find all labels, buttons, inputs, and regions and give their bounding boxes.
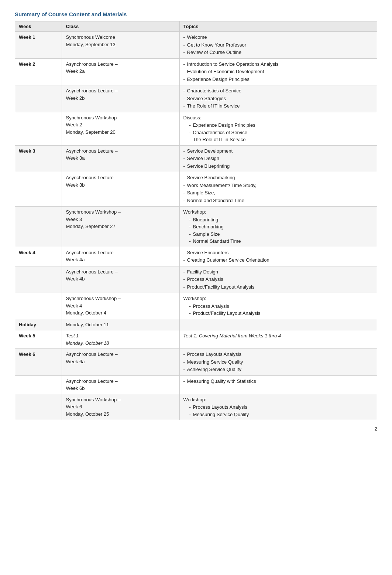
- week-cell: Week 4: [15, 247, 62, 266]
- class-cell: Asynchronous Lecture –Week 2a: [62, 58, 179, 85]
- list-item: Measuring Service Quality: [189, 411, 373, 418]
- list-item: Service Strategies: [183, 95, 373, 102]
- week-cell: [15, 293, 62, 319]
- list-item: Process Analysis: [189, 303, 373, 310]
- topics-cell: Process Layouts AnalysisMeasuring Servic…: [179, 349, 377, 376]
- topics-cell: Discuss:Experience Design PrinciplesChar…: [179, 112, 377, 145]
- workshop-label: Workshop:: [183, 208, 373, 216]
- list-item: Facility Design: [183, 268, 373, 276]
- class-cell: Asynchronous Lecture –Week 2b: [62, 85, 179, 112]
- topics-cell: Test 1: Covering Material from Weeks 1 t…: [179, 330, 377, 349]
- class-cell: Asynchronous Lecture –Week 6a: [62, 349, 179, 376]
- list-item: Product/Facility Layout Analysis: [183, 283, 373, 291]
- class-cell: Synchronous Workshop –Week 4Monday, Octo…: [62, 293, 179, 319]
- week-cell: [15, 207, 62, 247]
- topics-cell: Introduction to Service Operations Analy…: [179, 58, 377, 85]
- list-item: Service Development: [183, 147, 373, 155]
- class-cell: Synchronous Workshop –Week 2Monday, Sept…: [62, 112, 179, 145]
- test-text: Test 1: Covering Material from Weeks 1 t…: [183, 333, 281, 338]
- list-item: Welcome: [183, 34, 373, 41]
- list-item: Creating Customer Service Orientation: [183, 256, 373, 264]
- list-item: Review of Course Outline: [183, 49, 373, 56]
- week-cell: Week 1: [15, 32, 62, 59]
- topics-cell: Measuring Quality with Statistics: [179, 375, 377, 394]
- topics-cell: Service BenchmarkingWork Measurement/ Ti…: [179, 172, 377, 207]
- list-item: Product/Facility Layout Analysis: [189, 310, 373, 317]
- list-item: Benchmarking: [189, 223, 373, 231]
- list-item: Evolution of Economic Development: [183, 68, 373, 75]
- class-cell: Asynchronous Lecture –Week 6b: [62, 375, 179, 394]
- week-cell: Week 3: [15, 145, 62, 172]
- list-item: Experience Design Principles: [183, 76, 373, 83]
- list-item: Service Encounters: [183, 249, 373, 256]
- list-item: Measuring Quality with Statistics: [183, 378, 373, 385]
- week-cell: [15, 112, 62, 145]
- col-class: Class: [62, 21, 179, 32]
- list-item: Sample Size,: [183, 189, 373, 197]
- week-cell: Week 5: [15, 330, 62, 349]
- topics-cell: Workshop:Process Layouts AnalysisMeasuri…: [179, 394, 377, 420]
- class-cell: Synchronous Workshop –Week 6Monday, Octo…: [62, 394, 179, 420]
- workshop-label: Workshop:: [183, 295, 373, 302]
- class-cell: Synchronous Workshop –Week 3Monday, Sept…: [62, 207, 179, 247]
- week-cell: Week 2: [15, 58, 62, 85]
- list-item: Process Layouts Analysis: [189, 404, 373, 411]
- class-cell: Asynchronous Lecture –Week 4b: [62, 266, 179, 293]
- list-item: The Role of IT in Service: [189, 136, 373, 143]
- class-cell: Asynchronous Lecture –Week 4a: [62, 247, 179, 266]
- week-cell: [15, 85, 62, 112]
- list-item: Blueprinting: [189, 216, 373, 224]
- class-cell: Asynchronous Lecture –Week 3a: [62, 145, 179, 172]
- page-title: Summary of Course Content and Materials: [15, 11, 377, 17]
- list-item: Service Benchmarking: [183, 174, 373, 181]
- week-cell: [15, 172, 62, 207]
- course-table: Week Class Topics Week 1Synchronous Welc…: [15, 21, 377, 420]
- class-cell: Asynchronous Lecture –Week 3b: [62, 172, 179, 207]
- workshop-label: Workshop:: [183, 396, 373, 404]
- list-item: Introduction to Service Operations Analy…: [183, 61, 373, 68]
- list-item: Service Design: [183, 155, 373, 162]
- list-item: Get to Know Your Professor: [183, 41, 373, 49]
- col-topics: Topics: [179, 21, 377, 32]
- class-cell: Synchronous WelcomeMonday, September 13: [62, 32, 179, 59]
- page-number: 2: [15, 426, 377, 432]
- week-cell: [15, 266, 62, 293]
- week-cell: [15, 375, 62, 394]
- topics-cell: Service EncountersCreating Customer Serv…: [179, 247, 377, 266]
- topics-cell: Characteristics of ServiceService Strate…: [179, 85, 377, 112]
- topics-cell: Facility DesignProcess AnalysisProduct/F…: [179, 266, 377, 293]
- list-item: Measuring Service Quality: [183, 358, 373, 366]
- list-item: Characteristics of Service: [183, 87, 373, 95]
- topics-cell: Workshop:BlueprintingBenchmarkingSample …: [179, 207, 377, 247]
- list-item: Process Layouts Analysis: [183, 351, 373, 358]
- list-item: Normal Standard Time: [189, 238, 373, 245]
- topics-cell: [179, 319, 377, 330]
- topics-cell: WelcomeGet to Know Your ProfessorReview …: [179, 32, 377, 59]
- list-item: Achieving Service Quality: [183, 366, 373, 373]
- list-item: Experience Design Principles: [189, 122, 373, 129]
- week-cell: Week 6: [15, 349, 62, 376]
- topics-cell: Workshop:Process AnalysisProduct/Facilit…: [179, 293, 377, 319]
- week-cell: [15, 394, 62, 420]
- list-item: Sample Size: [189, 231, 373, 238]
- week-cell: Holiday: [15, 319, 62, 330]
- class-cell: Monday, October 11: [62, 319, 179, 330]
- list-item: Service Blueprinting: [183, 163, 373, 170]
- list-item: Process Analysis: [183, 276, 373, 283]
- list-item: The Role of IT in Service: [183, 102, 373, 110]
- list-item: Normal and Standard Time: [183, 197, 373, 204]
- col-week: Week: [15, 21, 62, 32]
- topics-cell: Service DevelopmentService DesignService…: [179, 145, 377, 172]
- class-cell: Test 1Monday, October 18: [62, 330, 179, 349]
- list-item: Work Measurement/ Time Study,: [183, 182, 373, 189]
- discuss-label: Discuss:: [183, 114, 373, 122]
- list-item: Characteristics of Service: [189, 129, 373, 136]
